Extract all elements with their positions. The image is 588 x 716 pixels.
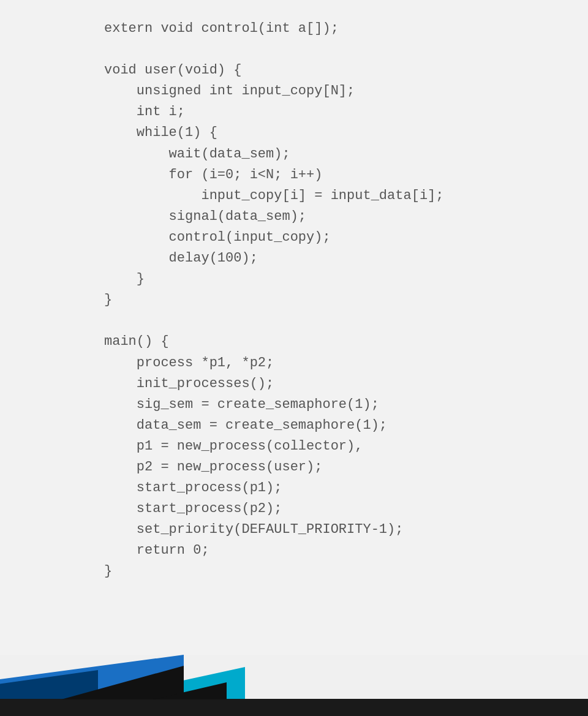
code-display: extern void control(int a[]); void user(… [104, 18, 564, 582]
black-bar [0, 699, 588, 716]
bottom-decoration [0, 655, 588, 716]
main-content: extern void control(int a[]); void user(… [0, 0, 588, 655]
